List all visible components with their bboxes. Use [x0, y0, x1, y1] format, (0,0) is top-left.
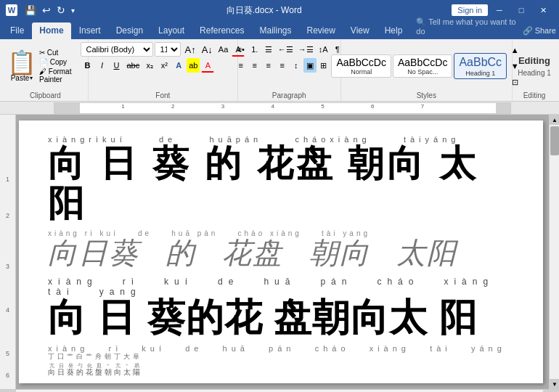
tab-layout[interactable]: Layout — [151, 23, 192, 39]
style-h1-label: Heading 1 — [465, 70, 495, 77]
superscript-button[interactable]: x² — [158, 58, 171, 73]
align-center-button[interactable]: ≡ — [248, 58, 261, 73]
decrease-indent-button[interactable]: ←☰ — [276, 42, 295, 57]
font-shrink-button[interactable]: A↓ — [200, 42, 215, 57]
close-button[interactable]: ✕ — [533, 3, 553, 17]
justify-button[interactable]: ≡ — [276, 58, 289, 73]
style-no-spacing[interactable]: AaBbCcDc No Spac... — [393, 54, 452, 78]
paste-dropdown[interactable]: ▾ — [30, 75, 33, 81]
ruler-num-4: 4 — [272, 103, 274, 110]
text-effects-button[interactable]: A — [172, 58, 185, 73]
scroll-up-button[interactable]: ▲ — [550, 115, 559, 125]
italic-button[interactable]: I — [95, 58, 108, 73]
chinese-line-2: 向日葵 的 花盘 朝向 太阳 — [48, 237, 514, 269]
sort-button[interactable]: ↕A — [317, 42, 330, 57]
chinese-line-1: 向 日 葵 的 花盘 朝向 太阳 — [48, 144, 514, 224]
scroll-track[interactable] — [550, 125, 559, 379]
line-numbers: 1 2 3 4 5 6 7 — [0, 115, 16, 389]
text-block-1: xiàngrìkuí de huāpán cháoxiàng tàiyáng 向… — [48, 135, 514, 224]
scroll-thumb[interactable] — [550, 126, 559, 155]
customize-button[interactable]: ▾ — [70, 7, 76, 15]
share-button[interactable]: 🔗 Share — [523, 26, 556, 36]
heading-indicator: Heading 1 — [518, 69, 551, 77]
font-label: Font — [155, 90, 170, 99]
scroll-left-button[interactable]: ◀ — [0, 390, 16, 393]
align-right-button[interactable]: ≡ — [262, 58, 275, 73]
increase-indent-button[interactable]: →☰ — [296, 42, 316, 57]
title-bar-left: W 💾 ↩ ↻ ▾ — [6, 4, 76, 16]
styles-label: Styles — [417, 90, 436, 99]
ruler-inner: 1 2 3 4 5 6 7 — [80, 103, 496, 113]
tab-insert[interactable]: Insert — [72, 23, 108, 39]
tell-me-box[interactable]: 🔍 Tell me what you want to do — [416, 17, 522, 36]
styles-list: AaBbCcDc Normal AaBbCcDc No Spac... AaBb… — [331, 43, 521, 89]
numbering-button[interactable]: 1. — [248, 42, 261, 57]
scroll-down-button[interactable]: ▼ — [550, 379, 559, 389]
style-nospace-preview: AaBbCcDc — [398, 57, 447, 69]
para-row-1: ≡• 1. ☰ ←☰ →☰ ↕A ¶ — [234, 42, 344, 57]
text-highlight-button[interactable]: ab — [187, 58, 200, 73]
align-left-button[interactable]: ≡ — [234, 58, 248, 73]
app-icon: W — [6, 4, 17, 16]
tab-help[interactable]: Help — [378, 23, 410, 39]
multilevel-button[interactable]: ☰ — [262, 42, 275, 57]
redo-button[interactable]: ↻ — [55, 4, 67, 16]
undo-button[interactable]: ↩ — [41, 4, 52, 16]
clipboard-label: Clipboard — [30, 90, 61, 99]
font-family-select[interactable]: Calibri (Body) — [81, 42, 153, 57]
scroll-right-button[interactable]: ▶ — [543, 390, 559, 393]
style-normal[interactable]: AaBbCcDc Normal — [331, 54, 391, 78]
font-group: Calibri (Body) 11 A↑ A↓ Aa A B I U abc x… — [89, 39, 238, 101]
font-inner: Calibri (Body) 11 A↑ A↓ Aa A B I U abc x… — [81, 42, 245, 73]
bullets-button[interactable]: ≡• — [234, 42, 248, 57]
clipboard-group: 📋 Paste ▾ ✂ Cut 📄 Copy 🖌 Format Painter … — [3, 39, 89, 101]
save-button[interactable]: 💾 — [23, 5, 38, 16]
line-num-1: 1 — [6, 176, 9, 183]
border-button[interactable]: ⊞ — [317, 58, 330, 73]
tab-view[interactable]: View — [343, 23, 377, 39]
tab-references[interactable]: References — [192, 23, 251, 39]
sign-in-button[interactable]: Sign in — [452, 4, 488, 16]
bold-button[interactable]: B — [81, 58, 94, 73]
subscript-button[interactable]: x₂ — [143, 58, 156, 73]
ruler-num-2: 2 — [171, 103, 174, 110]
line-num-2: 2 — [6, 212, 9, 219]
font-grow-button[interactable]: A↑ — [182, 42, 197, 57]
line-num-6: 6 — [6, 372, 9, 379]
underline-button[interactable]: U — [110, 58, 123, 73]
shading-button[interactable]: ▣ — [303, 58, 317, 73]
ruby-pan: 盤(舟皿) — [95, 353, 103, 377]
font-size-select[interactable]: 11 — [155, 42, 181, 57]
ruby-de: 的(白勺) — [76, 353, 84, 377]
style-heading1[interactable]: AaBbCc Heading 1 — [454, 53, 507, 78]
chinese-line-4: 向(丁亢) 日(囗日) 葵(艹癸) 的(白勺) 花(艹化) 盤(舟皿) 朝(朝⁺… — [48, 353, 514, 377]
vertical-scrollbar[interactable]: ▲ ▼ — [549, 115, 559, 389]
line-spacing-button[interactable]: ↕ — [290, 58, 303, 73]
tab-mailings[interactable]: Mailings — [252, 23, 298, 39]
font-color-button[interactable]: A — [201, 58, 214, 73]
copy-button[interactable]: 📄 Copy — [39, 58, 83, 66]
ruler-num-3: 3 — [221, 103, 224, 110]
text-block-3: xiàng rì kuí de huā pán cháo xiàng tài y… — [48, 277, 514, 338]
tab-review[interactable]: Review — [299, 23, 342, 39]
format-painter-button[interactable]: 🖌 Format Painter — [39, 68, 83, 83]
strikethrough-button[interactable]: abc — [124, 58, 142, 73]
maximize-button[interactable]: □ — [511, 3, 531, 17]
editing-title: Editing — [518, 55, 550, 66]
font-row-2: B I U abc x₂ x² A ab A — [81, 58, 245, 73]
minimize-button[interactable]: ─ — [489, 3, 510, 17]
document-page[interactable]: xiàngrìkuí de huāpán cháoxiàng tàiyáng 向… — [19, 121, 543, 383]
tab-file[interactable]: File — [3, 23, 31, 39]
change-case-button[interactable]: Aa — [216, 42, 230, 57]
ruler: 1 2 3 4 5 6 7 — [54, 102, 511, 114]
pinyin-line-3: xiàng rì kuí de huā pán cháo xiàng tài y… — [48, 277, 514, 297]
tab-design[interactable]: Design — [109, 23, 150, 39]
editing-content: Editing Heading 1 — [518, 42, 551, 90]
ruby-hua: 花(艹化) — [86, 353, 94, 377]
styles-content: AaBbCcDc Normal AaBbCcDc No Spac... AaBb… — [331, 42, 521, 90]
cut-button[interactable]: ✂ Cut — [39, 49, 83, 57]
paste-button[interactable]: 📋 — [7, 51, 36, 74]
ruler-num-1: 1 — [121, 103, 124, 110]
tab-home[interactable]: Home — [32, 23, 70, 39]
style-h1-preview: AaBbCc — [459, 55, 502, 69]
